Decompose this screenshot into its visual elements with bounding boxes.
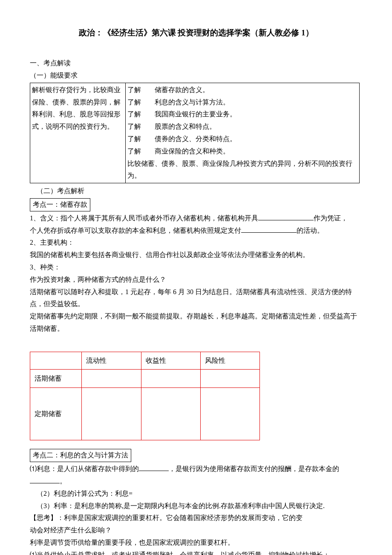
fill-blank[interactable] [30,476,60,483]
requirements-right-cell: 了解 储蓄存款的含义。 了解 利息的含义与计算方法。 了解 我国商业银行的主要业… [126,83,360,183]
requirements-left-cell: 解析银行存贷行为，比较商业保险、债券、股票的异同，解释利润、利息、股息等回报形式… [30,83,126,183]
table-header-liquidity: 流动性 [82,352,141,370]
comparison-table: 流动性 收益性 风险性 活期储蓄 定期储蓄 [30,352,260,441]
kp2-think-line1: 【思考】：利率是国家宏观调控的重要杠杆。它会随着国家经济形势的发展而变动，它的变 [30,512,362,524]
req-line: 了解 利息的含义与计算方法。 [127,96,357,109]
table-cell[interactable] [82,370,141,388]
keypoint-2-box: 考点二：利息的含义与计算方法 [30,449,131,462]
document-title: 政治：《经济生活》第六课 投资理财的选择学案（新人教必修 1） [30,26,362,40]
table-header-risk: 风险性 [200,352,259,370]
kp1-institutions-text: 我国的储蓄机构主要包括各商业银行、信用合作社以及邮政企业等依法办理储蓄业务的机构… [30,249,362,261]
fill-blank[interactable] [258,213,314,220]
kp2-interest-def-cont: 。 [30,475,362,488]
req-line: 比较储蓄、债券、股票、商业保险几种投资方式的异同，分析不同的投资行为。 [127,158,357,182]
section-1-1-heading: （一）能级要求 [30,69,362,82]
section-1-2-heading: （二）考点解析 [30,185,362,197]
req-line: 了解 商业保险的含义和种类。 [127,145,357,158]
table-cell[interactable] [82,388,141,440]
table-header-blank [30,352,82,370]
kp1-definition: 1、含义：指个人将属于其所有人民币或者外币存入储蓄机构，储蓄机构开具作为凭证， [30,212,362,225]
kp2-interest-def: ⑴利息：是人们从储蓄存款中得到的，是银行因为使用储蓄存款而支付的报酬，是存款本金… [30,463,362,475]
fill-blank[interactable] [139,464,169,471]
kp2-answer-1: ⑴当总供给小于总需求时，或者出现通货膨胀时，会提高利率，以减少货币量，抑制物价过… [30,549,362,555]
kp2-think-line2: 动会对经济产生什么影响？ [30,524,362,537]
table-row-label: 活期储蓄 [30,370,82,388]
kp2-formula: （2）利息的计算公式为：利息= [30,488,362,500]
fill-blank[interactable] [241,225,297,233]
req-line: 了解 债券的含义、分类和特点。 [127,133,357,145]
req-line: 了解 股票的含义和特点。 [127,121,357,133]
table-cell[interactable] [200,370,259,388]
kp1-demand-deposit: 活期储蓄可以随时存入和提取，1 元起存，每年 6 月 30 日为结息日。活期储蓄… [30,286,362,311]
table-cell[interactable] [141,388,200,440]
kp1-time-deposit: 定期储蓄事先约定期限，不到期一般不能提前提取。存期越长，利息率越高。定期储蓄流定… [30,310,362,335]
kp1-definition-cont: 个人凭存折或存单可以支取存款的本金和利息，储蓄机构依照规定支付的活动。 [30,225,362,237]
table-header-profitability: 收益性 [141,352,200,370]
kp1-types-question: 作为投资对象，两种储蓄方式的特点是什么？ [30,274,362,286]
req-line: 了解 储蓄存款的含义。 [127,84,357,96]
table-cell[interactable] [141,370,200,388]
kp1-institutions-label: 2、主要机构： [30,237,362,249]
req-line: 了解 我国商业银行的主要业务。 [127,108,357,121]
kp2-answer-intro: 利率是调节货币供给量的重要手段，也是国家宏观调控的重要杠杆。 [30,537,362,549]
requirements-table: 解析银行存贷行为，比较商业保险、债券、股票的异同，解释利润、利息、股息等回报形式… [30,83,360,183]
kp1-types-label: 3、种类： [30,261,362,274]
kp2-rate-def: （3）利率：是利息率的简称,是一定期限内利息与本金的比例.存款基准利率由中国人民… [30,500,362,512]
keypoint-1-box: 考点一：储蓄存款 [30,198,90,211]
table-row-label: 定期储蓄 [30,388,82,440]
table-cell[interactable] [200,388,259,440]
section-1-heading: 一、考点解读 [30,57,362,69]
